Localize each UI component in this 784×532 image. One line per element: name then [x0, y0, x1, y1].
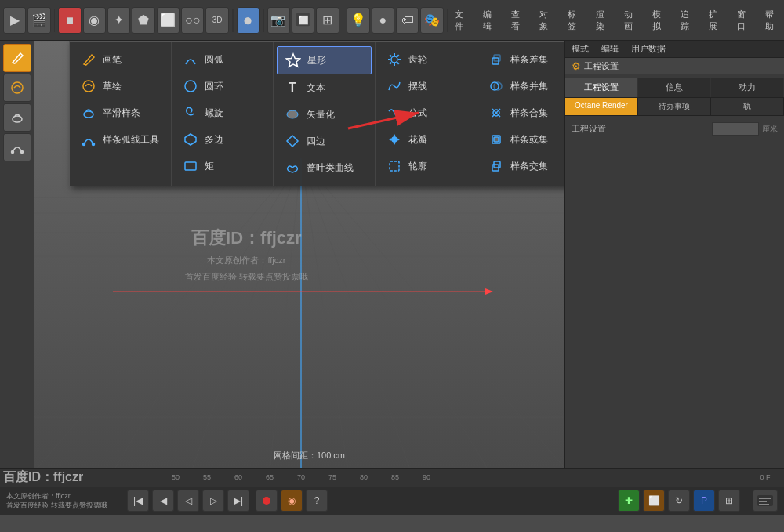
toolbar-btn-6[interactable]: ○○	[181, 7, 204, 34]
spline-intersect-icon	[487, 157, 506, 176]
spline-union-item[interactable]: 样条并集	[481, 73, 564, 100]
spline-merge-icon	[487, 103, 506, 122]
right-tab-dynamics[interactable]: 动力	[711, 78, 784, 97]
arc-item[interactable]: 圆弧	[175, 46, 270, 73]
formula-item[interactable]: 公式	[379, 100, 474, 126]
vectorize-item[interactable]: 矢量化	[277, 101, 372, 128]
toolbar-btn-2[interactable]: ◉	[83, 7, 106, 34]
transport-orange-btn[interactable]: ◉	[281, 490, 303, 512]
toolbar-btn-cam2[interactable]: 🔲	[292, 7, 314, 34]
svg-point-26	[84, 111, 93, 118]
right-menu-userdata[interactable]: 用户数据	[631, 43, 666, 55]
subtab-octane[interactable]: Octane Render	[565, 98, 638, 115]
toolbar-btn-play[interactable]: ▶	[3, 7, 26, 34]
tl-50: 50	[160, 473, 191, 481]
tool-smooth[interactable]	[3, 103, 31, 132]
svg-point-28	[93, 143, 95, 146]
profile-item[interactable]: 轮廓	[379, 153, 474, 179]
topmenu-anim[interactable]: 动画	[621, 7, 640, 34]
transport-play-fwd[interactable]: ▷	[202, 490, 224, 512]
topmenu-obj[interactable]: 对象	[536, 7, 555, 34]
tool-sketch[interactable]	[3, 74, 31, 102]
text-item[interactable]: T 文本	[277, 74, 372, 101]
spline-merge-item[interactable]: 样条合集	[481, 100, 564, 126]
toolbar-btn-render[interactable]: ⬤	[237, 7, 260, 34]
toolbar-btn-film[interactable]: 🎬	[27, 7, 50, 34]
toolbar-btn-4[interactable]: ⬟	[132, 7, 154, 34]
right-tab-info[interactable]: 信息	[638, 78, 711, 97]
toolbar-btn-7[interactable]: 3D	[205, 7, 228, 34]
topmenu-win[interactable]: 窗口	[734, 7, 753, 34]
right-menu-mode[interactable]: 模式	[572, 43, 589, 55]
transport-bar: 本文原创作者：ffjczr 首发百度经验 转载要点赞投票哦 |◀ ◀ ◁ ▷ ▶…	[0, 487, 784, 515]
spline-union-label: 样条并集	[510, 80, 548, 93]
spline-diff-item[interactable]: 样条差集	[481, 46, 564, 73]
star-item[interactable]: 星形	[277, 46, 372, 74]
transport-to-end[interactable]: ▶|	[227, 490, 249, 512]
cycloid-item[interactable]: 摆线	[379, 73, 474, 100]
toolbar-btn-light[interactable]: 💡	[347, 7, 369, 34]
gear-shape-icon	[385, 50, 404, 69]
toolbar-btn-tag[interactable]: 🏷	[396, 7, 419, 34]
transport-record[interactable]	[256, 490, 278, 512]
topmenu-track[interactable]: 追踪	[677, 7, 696, 34]
tool-sketch-item[interactable]: 草绘	[73, 73, 168, 100]
toolbar-btn-3[interactable]: ✦	[107, 7, 130, 34]
toolbar-btn-mat[interactable]: ●	[372, 7, 394, 34]
tool-pen[interactable]	[3, 44, 31, 72]
topmenu-edit[interactable]: 编辑	[480, 7, 499, 34]
spiral-item[interactable]: 螺旋	[175, 100, 270, 126]
toolbar-btn-anim[interactable]: 🎭	[420, 7, 443, 34]
topmenu-render[interactable]: 渲染	[593, 7, 612, 34]
right-menu-edit[interactable]: 编辑	[601, 43, 619, 55]
transport-to-start[interactable]: |◀	[127, 490, 149, 512]
transport-wm-line2: 首发百度经验 转载要点赞投票哦	[6, 501, 124, 511]
quad-item[interactable]: 四边	[277, 128, 372, 154]
toolbar-btn-cam1[interactable]: 📷	[267, 7, 290, 34]
flower-item[interactable]: 花瓣	[379, 126, 474, 153]
frame-display: 0 F	[750, 473, 781, 481]
circle-item[interactable]: 圆环	[175, 73, 270, 100]
rect-item[interactable]: 矩	[175, 153, 270, 179]
viewport[interactable]: 画笔 草绘 平滑样条	[34, 41, 564, 468]
topmenu-help[interactable]: 帮助	[762, 7, 781, 34]
toolbar-btn-cam3[interactable]: ⊞	[316, 7, 339, 34]
topmenu-file[interactable]: 文件	[452, 7, 470, 34]
tool-smooth-item[interactable]: 平滑样条	[73, 100, 168, 126]
rose-item[interactable]: 蔷叶类曲线	[277, 154, 372, 181]
tool-splinearc-item[interactable]: 样条弧线工具	[73, 126, 168, 153]
subtab-todo[interactable]: 待办事项	[638, 98, 711, 115]
right-tab-project-settings[interactable]: 工程设置	[565, 78, 638, 97]
gear-item[interactable]: 齿轮	[379, 46, 474, 73]
topmenu-ext[interactable]: 扩展	[706, 7, 724, 34]
tool-arc[interactable]	[3, 133, 31, 161]
transport-grid[interactable]: ⊞	[718, 490, 740, 512]
transport-scale[interactable]: ⬜	[643, 490, 665, 512]
transport-question[interactable]: ?	[306, 490, 328, 512]
topmenu-view[interactable]: 查看	[508, 7, 527, 34]
spline-intersect-item[interactable]: 样条交集	[481, 153, 564, 179]
transport-timeline-icon[interactable]	[753, 490, 778, 512]
arc-label: 圆弧	[205, 53, 223, 67]
text-icon: T	[283, 78, 302, 97]
topmenu-sim[interactable]: 模拟	[649, 7, 668, 34]
setting-value-input[interactable]	[712, 122, 759, 136]
svg-point-36	[392, 137, 397, 142]
transport-parking[interactable]: P	[693, 490, 715, 512]
toolbar-btn-1[interactable]: ■	[58, 7, 81, 34]
timeline-numbers: 50 55 60 65 70 75 80 85 90	[160, 473, 750, 481]
spiral-label: 螺旋	[205, 107, 223, 120]
transport-play-back[interactable]: ◁	[177, 490, 199, 512]
transport-rotate[interactable]: ↻	[668, 490, 690, 512]
transport-prev-frame[interactable]: ◀	[152, 490, 174, 512]
subtab-track[interactable]: 轨	[711, 98, 784, 115]
tl-85: 85	[379, 473, 411, 481]
toolbar-btn-5[interactable]: ⬜	[157, 7, 180, 34]
polygon-item[interactable]: 多边	[175, 126, 270, 153]
dropdown-col-shapes3: 齿轮 摆线 公式 花瓣	[376, 42, 477, 186]
spline-or-item[interactable]: 样条或集	[481, 126, 564, 153]
topmenu-tag[interactable]: 标签	[564, 7, 583, 34]
transport-move[interactable]: ✚	[618, 490, 640, 512]
grid-info-label: 网格间距：100 cm	[274, 450, 345, 461]
tool-pen-item[interactable]: 画笔	[73, 46, 168, 73]
